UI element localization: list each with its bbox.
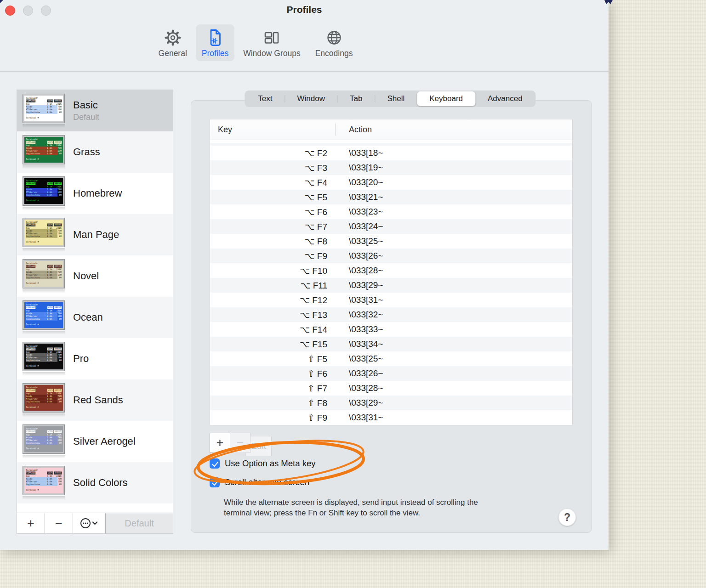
profile-row-red-sands[interactable]: Terminal#COMMAND%CPURPRVTtop4.1%231KXcod… — [17, 379, 173, 421]
checkbox-row-use-option-as-meta-key[interactable]: Use Option as Meta key — [210, 457, 315, 470]
table-row[interactable]: ⌥ F14\033[33~ — [210, 322, 572, 337]
table-row[interactable]: ⇧ F8\033[29~ — [210, 396, 572, 410]
globe-icon — [324, 28, 344, 48]
table-row[interactable]: ⌥ F13\033[32~ — [210, 307, 572, 322]
checkbox-label: Use Option as Meta key — [225, 458, 315, 469]
table-row[interactable]: ⌥ F10\033[28~ — [210, 263, 572, 278]
toolbar-item-general[interactable]: General — [153, 24, 193, 61]
action-cell: \033[26~ — [335, 368, 383, 379]
profile-row-grass[interactable]: Terminal#COMMAND%CPURPRVTtop4.1%231KXcod… — [17, 131, 173, 173]
key-bindings-table: Key Action ⌥ F2\033[18~⌥ F3\033[19~⌥ F4\… — [210, 119, 573, 425]
key-cell: ⌥ F4 — [210, 177, 335, 188]
profile-name: Homebrew — [73, 187, 122, 199]
table-row[interactable]: ⇧ F9\033[31~ — [210, 410, 572, 425]
add-key-button[interactable]: + — [210, 433, 230, 453]
key-cell: ⌥ F15 — [210, 339, 335, 350]
gear-icon — [163, 28, 183, 48]
table-row[interactable]: ⌥ F4\033[20~ — [210, 175, 572, 190]
tab-text[interactable]: Text — [245, 91, 285, 106]
key-cell: ⇧ F7 — [210, 383, 335, 394]
toolbar-item-profiles[interactable]: Profiles — [196, 24, 234, 61]
key-cell: ⌥ F11 — [210, 280, 335, 291]
more-options-icon — [80, 517, 99, 529]
action-cell: \033[25~ — [335, 354, 383, 364]
table-row[interactable]: ⌥ F3\033[19~ — [210, 160, 572, 175]
profile-name: Ocean — [73, 311, 103, 323]
column-header-action[interactable]: Action — [349, 125, 372, 135]
tab-advanced[interactable]: Advanced — [475, 91, 535, 106]
action-cell: \033[23~ — [335, 207, 383, 217]
profile-thumbnail: Terminal#COMMAND%CPURPRVTtop4.1%231KXcod… — [23, 259, 65, 293]
action-cell: \033[28~ — [335, 383, 383, 393]
key-cell: ⇧ F8 — [210, 398, 335, 408]
profile-list: Terminal#COMMAND%CPURPRVTtop4.1%231KXcod… — [17, 90, 173, 513]
toolbar-item-window-groups[interactable]: Window Groups — [237, 24, 307, 61]
table-row[interactable]: ⌥ F7\033[24~ — [210, 219, 572, 234]
window-groups-icon — [262, 28, 282, 48]
table-row[interactable]: ⌥ F6\033[23~ — [210, 204, 572, 219]
action-cell: \033[28~ — [335, 266, 383, 276]
action-cell: \033[32~ — [335, 310, 383, 320]
table-row[interactable]: ⌥ F15\033[34~ — [210, 337, 572, 351]
table-row[interactable]: ⌥ F2\033[18~ — [210, 146, 572, 160]
table-header[interactable]: Key Action — [210, 119, 572, 140]
remove-key-button[interactable]: − — [230, 433, 251, 453]
tab-shell[interactable]: Shell — [375, 91, 417, 106]
profile-thumbnail: Terminal#COMMAND%CPURPRVTtop4.1%231KXcod… — [23, 176, 65, 210]
action-cell: \033[25~ — [335, 236, 383, 246]
tab-tab[interactable]: Tab — [337, 91, 375, 106]
profile-name: Novel — [73, 270, 99, 282]
table-row[interactable]: ⌥ F5\033[21~ — [210, 190, 572, 204]
key-cell: ⌥ F3 — [210, 163, 335, 173]
default-button[interactable]: Default — [106, 513, 173, 533]
table-row[interactable]: ⇧ F7\033[28~ — [210, 381, 572, 396]
action-cell: \033[29~ — [335, 398, 383, 408]
profile-row-silver-aerogel[interactable]: Terminal#COMMAND%CPURPRVTtop4.1%231KXcod… — [17, 421, 173, 462]
key-cell: ⌥ F10 — [210, 266, 335, 276]
remove-profile-button[interactable]: − — [45, 513, 73, 533]
sidebar-button-bar: + − Default — [17, 513, 173, 533]
table-row[interactable]: ⌥ F8\033[25~ — [210, 234, 572, 249]
table-row[interactable]: ⇧ F5\033[25~ — [210, 351, 572, 366]
profile-row-solid-colors[interactable]: Terminal#COMMAND%CPURPRVTtop4.1%231KXcod… — [17, 462, 173, 503]
checkbox-label: Scroll alternate screen — [225, 477, 309, 487]
table-body: ⌥ F2\033[18~⌥ F3\033[19~⌥ F4\033[20~⌥ F5… — [210, 146, 572, 425]
titlebar[interactable]: Profiles — [0, 0, 609, 24]
add-profile-button[interactable]: + — [17, 513, 45, 533]
more-options-button[interactable] — [73, 513, 106, 533]
tab-window[interactable]: Window — [285, 91, 337, 106]
profile-name: Pro — [73, 353, 89, 365]
key-cell: ⌥ F6 — [210, 207, 335, 217]
profiles-sidebar: Terminal#COMMAND%CPURPRVTtop4.1%231KXcod… — [17, 90, 173, 534]
action-cell: \033[18~ — [335, 148, 383, 158]
action-cell: \033[29~ — [335, 280, 383, 290]
table-row[interactable]: ⇧ F6\033[26~ — [210, 366, 572, 381]
profile-row-man-page[interactable]: Terminal#COMMAND%CPURPRVTtop4.1%231KXcod… — [17, 214, 173, 255]
table-row[interactable]: ⌥ F12\033[31~ — [210, 293, 572, 307]
profile-row-basic[interactable]: Terminal#COMMAND%CPURPRVTtop4.1%231KXcod… — [17, 90, 173, 131]
profile-name: Silver Aerogel — [73, 435, 136, 447]
table-row[interactable]: ⌥ F9\033[26~ — [210, 249, 572, 263]
table-row[interactable]: ⌥ F11\033[29~ — [210, 278, 572, 293]
action-cell: \033[24~ — [335, 221, 383, 232]
key-cell: ⌥ F14 — [210, 324, 335, 335]
checkbox[interactable] — [210, 458, 220, 469]
profile-name: Solid Colors — [73, 477, 128, 489]
profile-name: Grass — [73, 146, 100, 158]
key-cell: ⇧ F9 — [210, 413, 335, 423]
toolbar-item-encodings[interactable]: Encodings — [309, 24, 359, 61]
tab-keyboard[interactable]: Keyboard — [417, 91, 475, 106]
profile-document-icon — [205, 28, 225, 48]
profile-thumbnail: Terminal#COMMAND%CPURPRVTtop4.1%231KXcod… — [23, 94, 65, 128]
profile-row-ocean[interactable]: Terminal#COMMAND%CPURPRVTtop4.1%231KXcod… — [17, 297, 173, 338]
help-button[interactable]: ? — [558, 509, 576, 526]
profile-row-homebrew[interactable]: Terminal#COMMAND%CPURPRVTtop4.1%231KXcod… — [17, 173, 173, 214]
checkbox[interactable] — [210, 477, 220, 487]
profile-row-pro[interactable]: Terminal#COMMAND%CPURPRVTtop4.1%231KXcod… — [17, 338, 173, 379]
profile-row-novel[interactable]: Terminal#COMMAND%CPURPRVTtop4.1%231KXcod… — [17, 255, 173, 297]
checkbox-row-scroll-alternate-screen[interactable]: Scroll alternate screen — [210, 476, 315, 489]
column-header-key[interactable]: Key — [210, 125, 232, 135]
profile-thumbnail: Terminal#COMMAND%CPURPRVTtop4.1%231KXcod… — [23, 135, 65, 169]
keyboard-settings-panel: Key Action ⌥ F2\033[18~⌥ F3\033[19~⌥ F4\… — [191, 100, 592, 533]
toolbar-divider — [0, 71, 609, 72]
